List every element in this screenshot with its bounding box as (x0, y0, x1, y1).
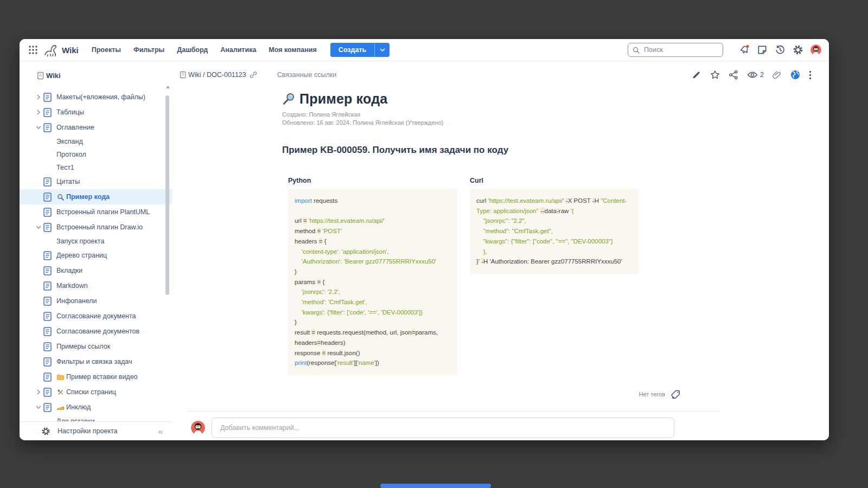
collapse-sidebar-button[interactable]: « (158, 427, 162, 436)
sidebar-item[interactable]: Инклюд (20, 400, 172, 415)
sidebar-item-label: Экспанд (56, 138, 83, 145)
chevron-right-icon[interactable] (35, 389, 42, 395)
sidebar-item[interactable]: Пример вставки видео (20, 369, 172, 384)
app-grid-icon[interactable] (28, 45, 38, 55)
code-line: }, (476, 247, 633, 257)
sidebar-item-label: Примеры ссылок (56, 343, 110, 350)
chevron-down-icon[interactable] (35, 125, 42, 130)
attachment-paperclip-icon[interactable] (772, 70, 782, 80)
sidebar-item[interactable]: Тест1 (20, 161, 172, 174)
sidebar-item[interactable]: Согласование документов (20, 324, 172, 339)
code-line: 'Authorization': 'Bearer gzz077755RRRIYx… (295, 256, 451, 267)
comment-input[interactable] (212, 418, 674, 438)
sidebar-item[interactable]: Встроенный плагин PlantUML (20, 204, 172, 220)
sidebar-item[interactable]: Инфопанели (20, 293, 172, 309)
scrollbar-thumb[interactable] (165, 95, 169, 295)
sidebar-item-label: Вкладки (56, 267, 82, 274)
brand-title: Wiki (62, 46, 79, 55)
sidebar-item-label: Протокол (56, 151, 86, 158)
share-icon[interactable] (729, 70, 739, 80)
document-icon (43, 223, 52, 232)
penguin-avatar-icon (191, 421, 205, 435)
document-icon (43, 123, 52, 132)
code-line: } (295, 267, 451, 277)
document-article: Пример кода Создано: Полина Яглейская Об… (282, 91, 651, 375)
top-navigation-bar: Wiki Проекты Фильтры Дашборд Аналитика М… (20, 39, 829, 61)
create-button[interactable]: Создать (330, 43, 390, 57)
sidebar-header[interactable]: Wiki (36, 72, 172, 80)
sidebar-item[interactable]: Пример кода (20, 189, 172, 204)
nav-item-analytics[interactable]: Аналитика (220, 46, 256, 54)
add-tag-icon[interactable] (670, 389, 681, 399)
edit-pencil-icon[interactable] (692, 70, 702, 80)
sidebar-item[interactable]: Макеты(+вложения, файлы) (20, 89, 172, 105)
chevron-right-icon[interactable] (35, 94, 42, 100)
sidebar-item[interactable]: Фильтры и связка задач (20, 354, 172, 369)
nav-item-projects[interactable]: Проекты (92, 46, 121, 54)
nav-item-filters[interactable]: Фильтры (133, 46, 164, 54)
sidebar-item[interactable]: Таблицы (20, 105, 172, 120)
document-icon (43, 342, 52, 351)
history-icon[interactable] (775, 44, 786, 55)
sidebar-item[interactable]: Запуск проекта (20, 235, 172, 248)
sidebar-item[interactable]: Списки страниц (20, 384, 172, 400)
include-icon (56, 403, 65, 412)
document-icon (43, 312, 52, 321)
project-settings-gear-icon[interactable] (41, 427, 50, 436)
user-avatar[interactable] (810, 44, 821, 55)
favorite-star-icon[interactable] (710, 70, 720, 80)
document-icon (43, 208, 52, 217)
wiki-book-icon (36, 72, 44, 80)
document-icon (43, 177, 52, 187)
chevron-down-icon[interactable] (35, 404, 42, 410)
more-options-kebab-icon[interactable] (809, 70, 819, 80)
related-links-tab[interactable]: Связанные ссылки (277, 71, 336, 79)
project-settings-label[interactable]: Настройки проекта (58, 427, 118, 435)
breadcrumb[interactable]: Wiki / DOC-001123 (179, 71, 257, 79)
sidebar-item[interactable]: Примеры ссылок (20, 339, 172, 354)
sidebar-item[interactable]: Протокол (20, 148, 172, 161)
code-line: method = 'POST' (295, 226, 451, 236)
tags-row: Нет тегов (172, 389, 681, 399)
code-block[interactable]: curl 'https://test.evateam.ru/api/' -X P… (470, 189, 639, 274)
code-block[interactable]: import requestsurl = 'https://test.evate… (288, 189, 457, 375)
watchers-counter[interactable]: 2 (747, 71, 764, 79)
document-icon (43, 192, 52, 202)
nav-item-dashboard[interactable]: Дашборд (177, 46, 208, 54)
sidebar-item-label: Фильтры и связка задач (56, 358, 132, 365)
app-window: Wiki Проекты Фильтры Дашборд Аналитика М… (20, 39, 829, 440)
sidebar-item[interactable]: Встроенный плагин Draw.io (20, 220, 172, 235)
settings-gear-icon[interactable] (793, 44, 803, 55)
chevron-down-icon[interactable] (35, 224, 42, 230)
notes-icon[interactable] (757, 44, 768, 55)
sidebar-item-label: Инклюд (66, 403, 91, 411)
search-input[interactable] (643, 46, 718, 54)
sidebar-item-label: Встроенный плагин Draw.io (56, 223, 143, 231)
sidebar-item[interactable]: Оглавление (20, 120, 172, 135)
page-title: Пример кода (299, 91, 387, 107)
scroll-up-arrow-icon[interactable] (165, 85, 170, 89)
copy-link-icon[interactable] (250, 71, 257, 79)
nav-item-my-company[interactable]: Моя компания (269, 46, 317, 54)
code-column: Pythonimport requestsurl = 'https://test… (288, 177, 457, 375)
notifications-bell-icon[interactable] (739, 44, 750, 55)
create-button-label[interactable]: Создать (330, 43, 374, 57)
sidebar-item[interactable]: Экспанд (20, 135, 172, 148)
code-line: Type: application/json" --data-raw '{ (476, 206, 633, 216)
current-user-avatar (191, 421, 205, 435)
public-globe-icon[interactable] (790, 70, 801, 80)
sidebar-item[interactable]: Вкладки (20, 263, 172, 278)
search-box[interactable] (628, 43, 723, 57)
sidebar-item[interactable]: Для вставки (20, 415, 172, 421)
code-line: headers=headers) (295, 338, 451, 348)
page-meta: Создано: Полина Яглейская Обновлено: 16 … (282, 111, 651, 127)
sidebar-scrollbar[interactable] (165, 90, 170, 420)
sidebar-item[interactable]: Дерево страниц (20, 248, 172, 263)
sidebar-item[interactable]: Цитаты (20, 174, 172, 189)
sidebar-item[interactable]: Согласование документа (20, 309, 172, 324)
create-dropdown-button[interactable] (375, 43, 390, 57)
sidebar-header-label: Wiki (46, 72, 61, 80)
desktop-background: { "colors":{ "accent":"#2b7de9","desktop… (0, 0, 868, 488)
chevron-right-icon[interactable] (35, 110, 42, 115)
sidebar-item[interactable]: Markdown (20, 278, 172, 293)
